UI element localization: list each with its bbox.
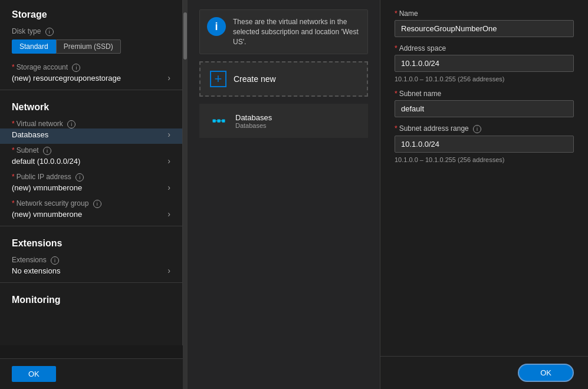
subnet-label: *Subnet i xyxy=(0,144,182,155)
left-ok-button[interactable]: OK xyxy=(12,366,56,382)
address-space-input[interactable] xyxy=(395,55,574,72)
name-field: *Name xyxy=(395,9,574,37)
storage-account-row[interactable]: (new) resourcegrouponestorage › xyxy=(0,72,182,87)
create-new-button[interactable]: + Create new xyxy=(199,61,368,97)
network-icon xyxy=(209,111,228,130)
virtual-network-info-icon[interactable]: i xyxy=(67,120,75,128)
network-title: Network xyxy=(0,93,182,117)
storage-account-value: (new) resourcegrouponestorage xyxy=(12,74,121,83)
extensions-title: Extensions xyxy=(0,229,182,253)
info-banner: i These are the virtual networks in the … xyxy=(199,9,368,54)
virtual-network-label: *Virtual network i xyxy=(0,117,182,128)
storage-account-label: *Storage account i xyxy=(0,61,182,72)
network-security-row[interactable]: (new) vmnumberone › xyxy=(0,208,182,223)
svg-rect-1 xyxy=(217,120,220,123)
network-security-chevron-icon: › xyxy=(167,209,170,219)
svg-rect-2 xyxy=(222,120,225,123)
name-input[interactable] xyxy=(395,20,574,37)
databases-network-item[interactable]: Databases Databases xyxy=(199,104,368,138)
subnet-address-info-icon[interactable]: i xyxy=(473,125,481,133)
network-sub: Databases xyxy=(235,122,272,129)
storage-title: Storage xyxy=(0,0,182,25)
disk-type-label: Disk type i xyxy=(0,25,182,36)
divider-network-extensions xyxy=(0,226,182,226)
right-panel-footer: OK xyxy=(380,356,588,389)
network-name: Databases xyxy=(235,113,272,122)
virtual-network-chevron-icon: › xyxy=(167,130,170,139)
plus-icon: + xyxy=(210,71,226,87)
address-space-field: *Address space 10.1.0.0 – 10.1.0.255 (25… xyxy=(395,44,574,83)
disk-type-info-icon[interactable]: i xyxy=(45,28,54,36)
virtual-network-value: Databases xyxy=(12,130,48,139)
subnet-row[interactable]: default (10.0.0.0/24) › xyxy=(0,155,182,170)
scroll-thumb xyxy=(183,12,187,60)
monitoring-title: Monitoring xyxy=(0,285,182,310)
info-circle-icon: i xyxy=(207,17,226,36)
address-space-label: *Address space xyxy=(395,44,574,52)
subnet-address-label: *Subnet address range i xyxy=(395,124,574,133)
subnet-value: default (10.0.0.0/24) xyxy=(12,157,80,166)
left-panel-footer: OK xyxy=(0,358,183,389)
subnet-name-input[interactable] xyxy=(395,100,574,117)
subnet-chevron-icon: › xyxy=(167,156,170,166)
network-item-info: Databases Databases xyxy=(235,113,272,129)
divider-extensions-monitoring xyxy=(0,282,182,283)
svg-rect-0 xyxy=(213,120,216,123)
storage-account-info-icon[interactable]: i xyxy=(72,64,80,72)
subnet-address-field: *Subnet address range i 10.1.0.0 – 10.1.… xyxy=(395,124,574,163)
public-ip-chevron-icon: › xyxy=(167,183,170,192)
subnet-name-label: *Subnet name xyxy=(395,90,574,98)
extensions-row[interactable]: No extensions › xyxy=(0,265,182,280)
virtual-network-row[interactable]: Databases › xyxy=(0,128,182,144)
public-ip-label: *Public IP address i xyxy=(0,170,182,182)
subnet-address-hint: 10.1.0.0 – 10.1.0.255 (256 addresses) xyxy=(395,156,574,163)
disk-type-group: Standard Premium (SSD) xyxy=(0,36,182,61)
right-panel: *Name *Address space 10.1.0.0 – 10.1.0.2… xyxy=(380,0,588,389)
divider-storage-network xyxy=(0,90,182,90)
name-label: *Name xyxy=(395,9,574,18)
network-security-value: (new) vmnumberone xyxy=(12,210,82,219)
right-ok-button[interactable]: OK xyxy=(518,364,574,382)
network-security-info-icon[interactable]: i xyxy=(93,200,101,208)
storage-account-chevron-icon: › xyxy=(167,73,170,83)
standard-disk-button[interactable]: Standard xyxy=(12,39,56,54)
extensions-value: No extensions xyxy=(12,266,60,275)
subnet-name-field: *Subnet name xyxy=(395,90,574,117)
extensions-info-icon[interactable]: i xyxy=(51,256,59,265)
public-ip-info-icon[interactable]: i xyxy=(75,173,84,182)
extensions-label: Extensions i xyxy=(0,253,182,265)
scrollbar[interactable] xyxy=(183,0,188,389)
public-ip-value: (new) vmnumberone xyxy=(12,183,82,192)
network-security-label: *Network security group i xyxy=(0,197,182,208)
create-new-label: Create new xyxy=(234,74,276,84)
extensions-chevron-icon: › xyxy=(167,266,170,275)
address-space-hint: 10.1.0.0 – 10.1.0.255 (256 addresses) xyxy=(395,75,574,83)
subnet-address-input[interactable] xyxy=(395,136,574,153)
premium-disk-button[interactable]: Premium (SSD) xyxy=(56,39,121,54)
middle-panel: i These are the virtual networks in the … xyxy=(183,0,380,389)
public-ip-row[interactable]: (new) vmnumberone › xyxy=(0,182,182,197)
subnet-info-icon[interactable]: i xyxy=(43,147,51,155)
info-banner-text: These are the virtual networks in the se… xyxy=(233,17,360,47)
